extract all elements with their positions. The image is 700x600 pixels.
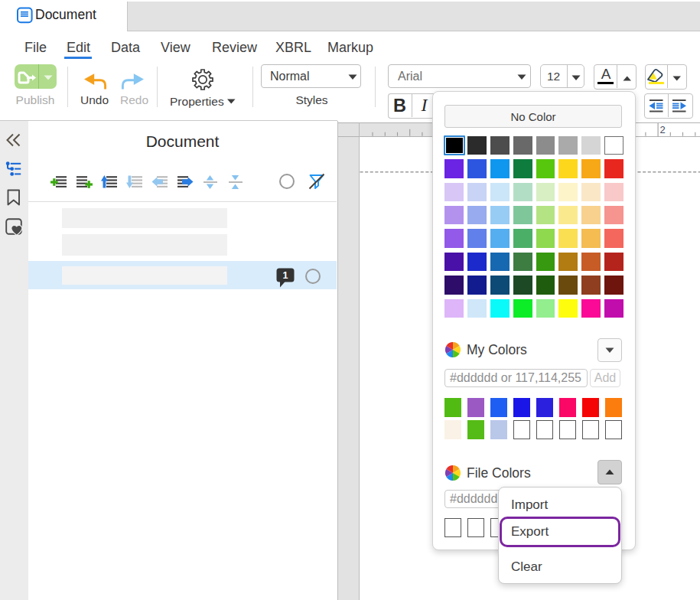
svg-text:1: 1 <box>283 270 288 281</box>
